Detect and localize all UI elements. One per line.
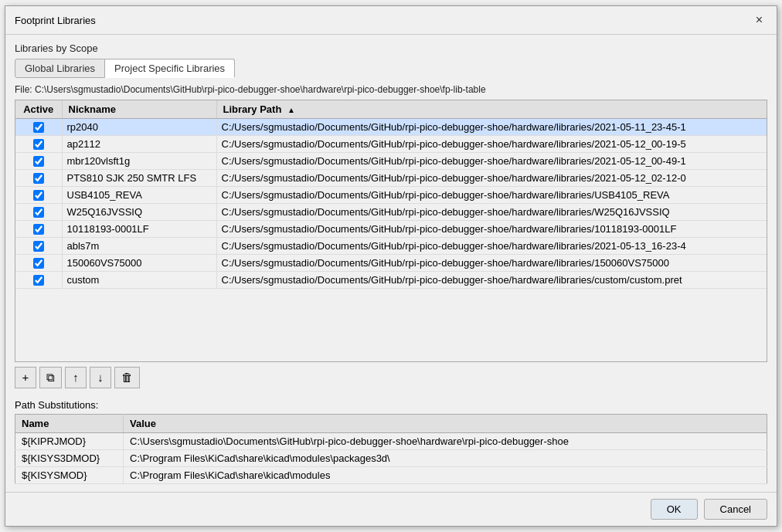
path-sub-value-cell: C:\Program Files\KiCad\share\kicad\modul… — [124, 450, 767, 467]
title-bar: Footprint Libraries × — [5, 6, 777, 35]
nickname-cell: abls7m — [62, 238, 216, 255]
dialog-title: Footprint Libraries — [15, 15, 96, 26]
active-checkbox[interactable] — [33, 139, 44, 150]
tab-global-libraries[interactable]: Global Libraries — [15, 59, 105, 78]
add-library-button[interactable]: + — [15, 367, 36, 388]
active-checkbox[interactable] — [33, 258, 44, 269]
path-cell: C:/Users/sgmustadio/Documents/GitHub/rpi… — [216, 170, 767, 187]
nickname-cell: PTS810 SJK 250 SMTR LFS — [62, 170, 216, 187]
table-row[interactable]: mbr120vlsft1gC:/Users/sgmustadio/Documen… — [15, 153, 767, 170]
tabs-container: Global Libraries Project Specific Librar… — [15, 59, 767, 78]
path-sub-label: Path Substitutions: — [15, 399, 767, 411]
active-cell — [15, 238, 62, 255]
scope-label: Libraries by Scope — [15, 42, 767, 54]
tab-project-libraries[interactable]: Project Specific Libraries — [105, 59, 235, 78]
footprint-libraries-dialog: Footprint Libraries × Libraries by Scope… — [5, 5, 777, 527]
table-row[interactable]: W25Q16JVSSIQC:/Users/sgmustadio/Document… — [15, 204, 767, 221]
path-sub-row: ${KIPRJMOD}C:\Users\sgmustadio\Documents… — [15, 433, 767, 450]
libraries-table: Active Nickname Library Path ▲ rp2040C:/… — [15, 100, 767, 289]
nickname-cell: 10118193-0001LF — [62, 221, 216, 238]
active-checkbox[interactable] — [33, 275, 44, 286]
path-sub-row: ${KISYSMOD}C:\Program Files\KiCad\share\… — [15, 467, 767, 484]
active-cell — [15, 221, 62, 238]
nickname-cell: ap2112 — [62, 136, 216, 153]
table-row[interactable]: 150060VS75000C:/Users/sgmustadio/Documen… — [15, 255, 767, 272]
active-checkbox[interactable] — [33, 173, 44, 184]
table-row[interactable]: 10118193-0001LFC:/Users/sgmustadio/Docum… — [15, 221, 767, 238]
nickname-cell: custom — [62, 272, 216, 289]
nickname-cell: 150060VS75000 — [62, 255, 216, 272]
close-button[interactable]: × — [751, 12, 767, 28]
path-cell: C:/Users/sgmustadio/Documents/GitHub/rpi… — [216, 153, 767, 170]
table-row[interactable]: USB4105_REVAC:/Users/sgmustadio/Document… — [15, 187, 767, 204]
file-path-label: File: — [15, 84, 32, 95]
nickname-cell: mbr120vlsft1g — [62, 153, 216, 170]
table-toolbar: + ⧉ ↑ ↓ 🗑 — [15, 367, 767, 388]
active-cell — [15, 255, 62, 272]
nickname-cell: W25Q16JVSSIQ — [62, 204, 216, 221]
libraries-table-container: Active Nickname Library Path ▲ rp2040C:/… — [15, 100, 767, 362]
cancel-button[interactable]: Cancel — [704, 499, 767, 520]
active-checkbox[interactable] — [33, 156, 44, 167]
path-cell: C:/Users/sgmustadio/Documents/GitHub/rpi… — [216, 238, 767, 255]
active-checkbox[interactable] — [33, 190, 44, 201]
active-checkbox[interactable] — [33, 207, 44, 218]
path-cell: C:/Users/sgmustadio/Documents/GitHub/rpi… — [216, 119, 767, 136]
path-cell: C:/Users/sgmustadio/Documents/GitHub/rpi… — [216, 221, 767, 238]
active-cell — [15, 136, 62, 153]
path-sub-value-cell: C:\Users\sgmustadio\Documents\GitHub\rpi… — [124, 433, 767, 450]
libraries-table-scroll[interactable]: Active Nickname Library Path ▲ rp2040C:/… — [15, 100, 767, 361]
col-header-nickname: Nickname — [62, 100, 216, 119]
path-cell: C:/Users/sgmustadio/Documents/GitHub/rpi… — [216, 187, 767, 204]
active-cell — [15, 204, 62, 221]
path-sub-name-cell: ${KIPRJMOD} — [15, 433, 124, 450]
active-cell — [15, 119, 62, 136]
active-checkbox[interactable] — [33, 122, 44, 133]
path-substitutions-section: Path Substitutions: Name Value ${KIPRJMO… — [15, 399, 767, 484]
col-header-active: Active — [15, 100, 62, 119]
table-row[interactable]: abls7mC:/Users/sgmustadio/Documents/GitH… — [15, 238, 767, 255]
active-checkbox[interactable] — [33, 224, 44, 235]
sort-arrow-icon: ▲ — [287, 106, 295, 114]
active-cell — [15, 187, 62, 204]
file-path-row: File: C:\Users\sgmustadio\Documents\GitH… — [15, 84, 767, 95]
path-sub-table: Name Value ${KIPRJMOD}C:\Users\sgmustadi… — [15, 414, 767, 484]
table-row[interactable]: rp2040C:/Users/sgmustadio/Documents/GitH… — [15, 119, 767, 136]
path-sub-value-cell: C:\Program Files\KiCad\share\kicad\modul… — [124, 467, 767, 484]
active-cell — [15, 153, 62, 170]
move-down-button[interactable]: ↓ — [90, 367, 111, 388]
duplicate-library-button[interactable]: ⧉ — [39, 367, 62, 388]
move-up-button[interactable]: ↑ — [65, 367, 87, 388]
active-cell — [15, 170, 62, 187]
dialog-footer: OK Cancel — [5, 492, 777, 526]
path-sub-name-cell: ${KISYS3DMOD} — [15, 450, 124, 467]
path-cell: C:/Users/sgmustadio/Documents/GitHub/rpi… — [216, 136, 767, 153]
active-cell — [15, 272, 62, 289]
path-sub-name-cell: ${KISYSMOD} — [15, 467, 124, 484]
file-path-value: C:\Users\sgmustadio\Documents\GitHub\rpi… — [35, 84, 486, 95]
table-row[interactable]: PTS810 SJK 250 SMTR LFSC:/Users/sgmustad… — [15, 170, 767, 187]
dialog-body: Libraries by Scope Global Libraries Proj… — [5, 35, 777, 492]
path-sub-col-name: Name — [15, 415, 124, 433]
ok-button[interactable]: OK — [651, 499, 698, 520]
col-header-library-path: Library Path ▲ — [216, 100, 767, 119]
table-row[interactable]: customC:/Users/sgmustadio/Documents/GitH… — [15, 272, 767, 289]
path-cell: C:/Users/sgmustadio/Documents/GitHub/rpi… — [216, 204, 767, 221]
table-row[interactable]: ap2112C:/Users/sgmustadio/Documents/GitH… — [15, 136, 767, 153]
nickname-cell: USB4105_REVA — [62, 187, 216, 204]
path-cell: C:/Users/sgmustadio/Documents/GitHub/rpi… — [216, 255, 767, 272]
path-cell: C:/Users/sgmustadio/Documents/GitHub/rpi… — [216, 272, 767, 289]
delete-library-button[interactable]: 🗑 — [114, 367, 140, 388]
path-sub-col-value: Value — [124, 415, 767, 433]
path-sub-row: ${KISYS3DMOD}C:\Program Files\KiCad\shar… — [15, 450, 767, 467]
active-checkbox[interactable] — [33, 241, 44, 252]
nickname-cell: rp2040 — [62, 119, 216, 136]
